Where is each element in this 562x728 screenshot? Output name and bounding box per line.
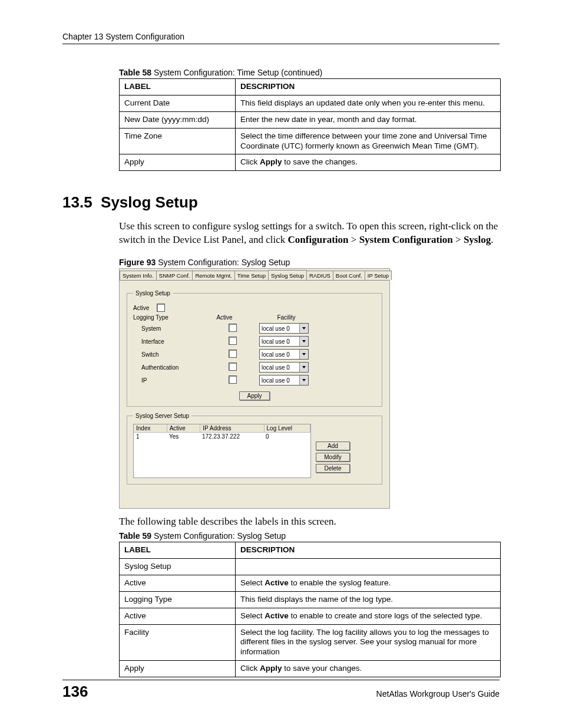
authentication-checkbox[interactable] bbox=[229, 363, 237, 371]
tab-time-setup[interactable]: Time Setup bbox=[234, 271, 269, 280]
authentication-facility-dropdown[interactable]: local use 0 bbox=[259, 362, 309, 373]
guide-name: NetAtlas Workgroup User's Guide bbox=[376, 689, 500, 699]
table-row: Current Date This field displays an upda… bbox=[120, 95, 501, 111]
log-row-system: System local use 0 bbox=[133, 323, 376, 334]
active-row: Active bbox=[133, 304, 376, 312]
table-row: New Date (yyyy:mm:dd) Enter the new date… bbox=[120, 111, 501, 128]
below-table-text: The following table describes the labels… bbox=[119, 516, 500, 528]
add-button[interactable]: Add bbox=[316, 442, 350, 450]
table58-head-desc: DESCRIPTION bbox=[236, 79, 501, 95]
table59-caption: Table 59 System Configuration: Syslog Se… bbox=[119, 531, 500, 541]
table-row: Syslog Setup bbox=[120, 559, 501, 575]
table58-caption-bold: Table 58 bbox=[119, 68, 151, 77]
syslog-setup-legend: Syslog Setup bbox=[133, 290, 173, 297]
chevron-down-icon[interactable] bbox=[299, 337, 308, 346]
chevron-down-icon[interactable] bbox=[299, 324, 308, 333]
t58-r3-desc: Click Apply to save the changes. bbox=[236, 154, 501, 171]
t58-r0-label: Current Date bbox=[120, 95, 236, 111]
tab-boot-conf[interactable]: Boot Conf. bbox=[333, 271, 365, 280]
server-table-header: Index Active IP Address Log Level bbox=[134, 424, 310, 433]
chevron-down-icon[interactable] bbox=[299, 350, 308, 359]
table-row: Active Select Active to enable to create… bbox=[120, 608, 501, 624]
tab-remote-mgmt[interactable]: Remote Mgmt. bbox=[192, 271, 234, 280]
table-row: Apply Click Apply to save the changes. bbox=[120, 154, 501, 171]
figure-screenshot: System Info. SNMP Conf. Remote Mgmt. Tim… bbox=[119, 268, 390, 509]
figure-caption: Figure 93 System Configuration: Syslog S… bbox=[119, 258, 500, 267]
table59-head-label: LABEL bbox=[120, 542, 236, 559]
switch-facility-dropdown[interactable]: local use 0 bbox=[259, 349, 309, 360]
t58-r2-label: Time Zone bbox=[120, 128, 236, 154]
chevron-down-icon[interactable] bbox=[299, 363, 308, 372]
log-row-ip: IP local use 0 bbox=[133, 375, 376, 386]
syslog-setup-group: Syslog Setup Active Logging Type Active … bbox=[127, 290, 382, 407]
table58-head-label: LABEL bbox=[120, 79, 236, 95]
table59-head-desc: DESCRIPTION bbox=[236, 542, 501, 559]
table-row: Apply Click Apply to save your changes. bbox=[120, 661, 501, 677]
table-row: Logging Type This field displays the nam… bbox=[120, 591, 501, 608]
log-header-row: Logging Type Active Facility bbox=[133, 314, 376, 321]
table-row: Time Zone Select the time difference bet… bbox=[120, 128, 501, 154]
table-row: Facility Select the log facility. The lo… bbox=[120, 624, 501, 661]
tab-radius[interactable]: RADIUS bbox=[306, 271, 333, 280]
col-facility: Facility bbox=[251, 314, 322, 321]
section-number: 13.5 bbox=[62, 193, 92, 211]
system-facility-dropdown[interactable]: local use 0 bbox=[259, 323, 309, 334]
active-label: Active bbox=[133, 305, 157, 311]
t58-r3-label: Apply bbox=[120, 154, 236, 171]
t58-r1-label: New Date (yyyy:mm:dd) bbox=[120, 111, 236, 128]
modify-button[interactable]: Modify bbox=[316, 453, 350, 462]
page-number: 136 bbox=[62, 683, 88, 701]
syslog-server-setup-group: Syslog Server Setup Index Active IP Addr… bbox=[127, 413, 382, 485]
server-row[interactable]: 1 Yes 172.23.37.222 0 bbox=[134, 433, 310, 440]
tab-ip-setup[interactable]: IP Setup bbox=[365, 271, 392, 280]
tab-syslog-setup[interactable]: Syslog Setup bbox=[268, 270, 307, 280]
page-footer: 136 NetAtlas Workgroup User's Guide bbox=[62, 680, 500, 701]
server-table[interactable]: Index Active IP Address Log Level 1 Yes … bbox=[133, 424, 311, 478]
col-logging-type: Logging Type bbox=[133, 314, 198, 321]
intro-paragraph: Use this screen to configure syslog sett… bbox=[119, 220, 500, 247]
ip-facility-dropdown[interactable]: local use 0 bbox=[259, 375, 309, 386]
col-active: Active bbox=[198, 314, 251, 321]
interface-checkbox[interactable] bbox=[229, 337, 237, 345]
table58-caption-rest: System Configuration: Time Setup (contin… bbox=[151, 68, 322, 77]
t58-r2-desc: Select the time difference between your … bbox=[236, 128, 501, 154]
t58-r1-desc: Enter the new date in year, month and da… bbox=[236, 111, 501, 128]
table58-caption: Table 58 System Configuration: Time Setu… bbox=[119, 68, 500, 77]
delete-button[interactable]: Delete bbox=[316, 464, 350, 473]
page-header: Chapter 13 System Configuration bbox=[62, 32, 500, 44]
table58: LABEL DESCRIPTION Current Date This fiel… bbox=[119, 78, 501, 171]
chapter-title: Chapter 13 System Configuration bbox=[62, 32, 184, 41]
syslog-server-legend: Syslog Server Setup bbox=[133, 413, 191, 419]
log-row-interface: Interface local use 0 bbox=[133, 336, 376, 347]
t58-r0-desc: This field displays an updated date only… bbox=[236, 95, 501, 111]
log-row-authentication: Authentication local use 0 bbox=[133, 362, 376, 373]
log-row-switch: Switch local use 0 bbox=[133, 349, 376, 360]
tab-strip: System Info. SNMP Conf. Remote Mgmt. Tim… bbox=[120, 269, 389, 280]
active-checkbox[interactable] bbox=[157, 304, 165, 312]
section-title: Syslog Setup bbox=[101, 193, 198, 211]
tab-system-info[interactable]: System Info. bbox=[120, 271, 157, 280]
ip-checkbox[interactable] bbox=[229, 375, 237, 384]
tab-snmp-conf[interactable]: SNMP Conf. bbox=[156, 271, 193, 280]
interface-facility-dropdown[interactable]: local use 0 bbox=[259, 336, 309, 347]
table-row: Active Select Active to enable the syslo… bbox=[120, 575, 501, 591]
system-checkbox[interactable] bbox=[229, 324, 237, 332]
apply-button[interactable]: Apply bbox=[239, 391, 270, 400]
chevron-down-icon[interactable] bbox=[299, 375, 308, 385]
section-heading: 13.5 Syslog Setup bbox=[62, 193, 500, 212]
switch-checkbox[interactable] bbox=[229, 350, 237, 358]
table59: LABEL DESCRIPTION Syslog Setup Active Se… bbox=[119, 542, 501, 677]
